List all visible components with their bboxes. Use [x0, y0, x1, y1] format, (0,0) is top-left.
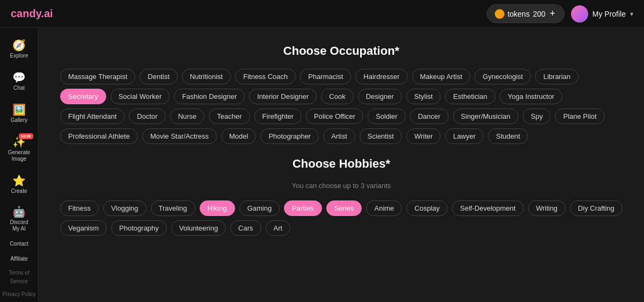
chevron-down-icon: ▾ [630, 10, 633, 18]
main-content: Choose Occupation* Massage TherapistDent… [39, 28, 644, 302]
occupation-tag[interactable]: Spy [523, 109, 551, 124]
sidebar-item-gallery[interactable]: 🖼️ Gallery [3, 99, 35, 129]
sidebar-label-chat: Chat [13, 85, 25, 91]
profile-area[interactable]: My Profile ▾ [571, 5, 633, 23]
hobby-tag[interactable]: Veganism [60, 220, 107, 236]
sidebar-item-affiliate[interactable]: Affiliate [3, 254, 35, 264]
occupation-tag[interactable]: Nutritionist [182, 69, 231, 84]
sidebar-item-explore[interactable]: 🧭 Explore [3, 34, 35, 64]
add-tokens-button[interactable]: + [548, 8, 557, 19]
coin-icon [495, 9, 504, 19]
sidebar-item-generate[interactable]: New ✨ Generate Image [3, 131, 35, 168]
logo[interactable]: candy.ai [11, 8, 53, 20]
sidebar-bottom: 🤖 Discord My AI Contact Affiliate Terms … [0, 204, 38, 302]
sidebar-item-discord[interactable]: 🤖 Discord My AI [3, 204, 35, 234]
avatar [571, 5, 588, 23]
sidebar: 🧭 Explore 💬 Chat 🖼️ Gallery New ✨ Genera… [0, 28, 39, 302]
hobby-tag[interactable]: Series [326, 200, 362, 216]
occupation-tag[interactable]: Soldier [368, 109, 405, 124]
hobby-tag[interactable]: Art [266, 220, 291, 236]
explore-icon: 🧭 [12, 40, 26, 51]
hobby-tag[interactable]: Diy Crafting [570, 200, 623, 216]
hobbies-title: Choose Hobbies* [60, 157, 623, 171]
occupation-tag[interactable]: Movie Star/Actress [142, 128, 217, 144]
topnav: candy.ai tokens 200 + My Profile ▾ [0, 0, 644, 28]
occupation-tag[interactable]: Writer [406, 128, 441, 144]
occupation-tag[interactable]: Plane Pilot [555, 109, 604, 124]
occupation-tag[interactable]: Librarian [535, 69, 579, 84]
occupation-tag[interactable]: Esthetician [445, 89, 495, 104]
hobby-tag[interactable]: Parties [284, 200, 321, 216]
sidebar-label-contact: Contact [10, 241, 28, 247]
sidebar-label-discord: Discord My AI [8, 219, 31, 232]
occupation-tag[interactable]: Flight Attendant [60, 109, 125, 124]
hobby-tag[interactable]: Volunteering [171, 220, 226, 236]
occupation-tag[interactable]: Makeup Artist [412, 69, 471, 84]
occupation-tag[interactable]: Student [488, 128, 528, 144]
hobby-tag[interactable]: Self-Development [452, 200, 523, 216]
occupation-tag[interactable]: Fitness Coach [235, 69, 296, 84]
occupation-tag[interactable]: Artist [323, 128, 355, 144]
hobby-tag[interactable]: Gaming [239, 200, 280, 216]
occupation-title: Choose Occupation* [60, 44, 623, 58]
tokens-label: tokens [508, 10, 530, 18]
occupation-tag[interactable]: Massage Therapist [60, 69, 135, 84]
hobbies-section: Choose Hobbies* You can choose up to 3 v… [60, 157, 623, 236]
hobby-tag[interactable]: Traveling [151, 200, 195, 216]
occupation-tag[interactable]: Yoga Instructor [500, 89, 562, 104]
hobbies-tags: FitnessVloggingTravelingHikingGamingPart… [60, 200, 623, 236]
occupation-tag[interactable]: Social Worker [111, 89, 170, 104]
sidebar-label-explore: Explore [10, 53, 28, 59]
hobby-tag[interactable]: Anime [366, 200, 402, 216]
occupation-tag[interactable]: Secretary [60, 89, 106, 104]
occupation-tag[interactable]: Stylist [406, 89, 441, 104]
chat-icon: 💬 [12, 72, 26, 83]
occupation-tag[interactable]: Interior Designer [249, 89, 317, 104]
hobby-tag[interactable]: Vlogging [103, 200, 147, 216]
occupation-tag[interactable]: Doctor [129, 109, 165, 124]
occupation-tag[interactable]: Professional Athlete [60, 128, 138, 144]
hobby-tag[interactable]: Photography [111, 220, 167, 236]
occupation-tag[interactable]: Scientist [360, 128, 402, 144]
occupation-tag[interactable]: Lawyer [445, 128, 484, 144]
gallery-icon: 🖼️ [12, 104, 26, 115]
occupation-tag[interactable]: Cook [321, 89, 353, 104]
occupation-tag[interactable]: Firefighter [254, 109, 302, 124]
sidebar-item-create[interactable]: ⭐ Create [3, 170, 35, 200]
occupation-tag[interactable]: Nurse [170, 109, 205, 124]
logo-text: candy [11, 8, 41, 19]
occupation-tag[interactable]: Singer/Musician [453, 109, 519, 124]
tokens-count: 200 [533, 10, 545, 18]
hobby-tag[interactable]: Cars [230, 220, 261, 236]
occupation-tag[interactable]: Dancer [410, 109, 449, 124]
new-badge: New [19, 133, 33, 139]
hobby-tag[interactable]: Hiking [200, 200, 235, 216]
occupation-tag[interactable]: Hairdresser [355, 69, 407, 84]
logo-accent: .ai [41, 8, 53, 19]
occupation-tag[interactable]: Teacher [209, 109, 250, 124]
occupation-section: Choose Occupation* Massage TherapistDent… [60, 44, 623, 144]
occupation-tag[interactable]: Model [221, 128, 256, 144]
occupation-tag[interactable]: Gynecologist [474, 69, 531, 84]
nav-right: tokens 200 + My Profile ▾ [487, 4, 633, 23]
occupation-tag[interactable]: Photographer [260, 128, 319, 144]
occupation-tag[interactable]: Dentist [140, 69, 177, 84]
occupation-tag[interactable]: Police Officer [306, 109, 363, 124]
occupation-tag[interactable]: Fashion Designer [174, 89, 245, 104]
hobby-tag[interactable]: Fitness [60, 200, 99, 216]
sidebar-label-gallery: Gallery [11, 117, 28, 124]
occupation-tag[interactable]: Pharmacist [300, 69, 351, 84]
terms-link[interactable]: Terms of Service [0, 269, 38, 286]
occupation-tag[interactable]: Designer [358, 89, 402, 104]
sidebar-label-generate: Generate Image [8, 149, 31, 162]
sidebar-item-chat[interactable]: 💬 Chat [3, 67, 35, 97]
sidebar-label-affiliate: Affiliate [10, 256, 28, 262]
tokens-badge[interactable]: tokens 200 + [487, 4, 565, 23]
sidebar-item-contact[interactable]: Contact [3, 239, 35, 249]
profile-label: My Profile [592, 10, 626, 18]
hobby-tag[interactable]: Writing [528, 200, 566, 216]
hobby-tag[interactable]: Cosplay [406, 200, 448, 216]
occupation-tags: Massage TherapistDentistNutritionistFitn… [60, 69, 623, 144]
discord-icon: 🤖 [12, 206, 26, 217]
privacy-link[interactable]: Privacy Policy [2, 290, 35, 299]
